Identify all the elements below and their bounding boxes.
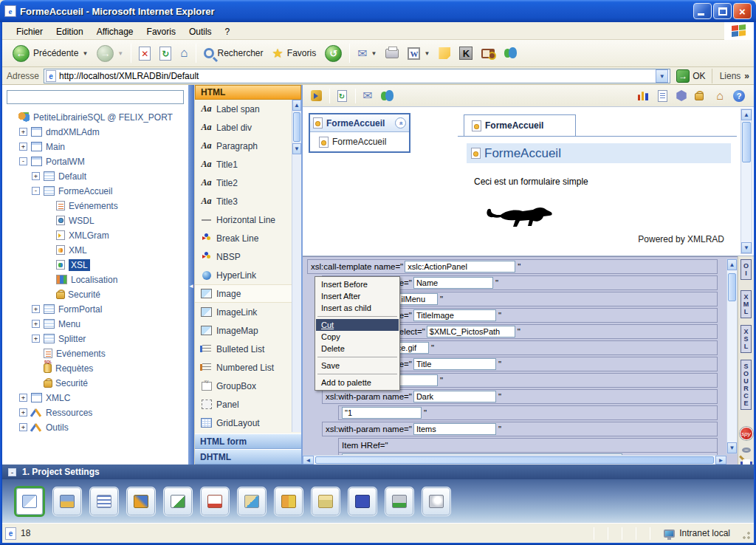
- tree-item-formeaccueil[interactable]: -FormeAccueil: [7, 184, 185, 199]
- tree-item-dmdxmladm[interactable]: +dmdXMLAdm: [7, 125, 185, 140]
- collapse-icon[interactable]: -: [32, 187, 40, 195]
- maximize-button[interactable]: [713, 3, 732, 19]
- scroll-down-button[interactable]: ▼: [292, 143, 301, 154]
- palette-group-html-form[interactable]: HTML form: [195, 433, 301, 449]
- collapse-icon[interactable]: -: [19, 157, 27, 165]
- tree-item-ressources[interactable]: +Ressources: [7, 405, 185, 420]
- tree-item-portalwm[interactable]: -PortalWM: [7, 154, 185, 169]
- favorites-button[interactable]: ★ Favoris: [268, 41, 321, 65]
- palette-item-title2[interactable]: AaTitle2: [195, 174, 292, 192]
- xsl-value-input[interactable]: TitleImage: [413, 309, 496, 321]
- links-toolbar[interactable]: Liens »: [712, 69, 749, 83]
- navigation-panel-item[interactable]: FormeAccueil: [310, 132, 409, 151]
- context-menu-item-add-to-palette[interactable]: Add to palette: [316, 377, 399, 388]
- palette-item-paragraph[interactable]: AaParagraph: [195, 137, 292, 155]
- xsl-value-input[interactable]: Items: [413, 423, 496, 435]
- palette-item-break-line[interactable]: Break Line: [195, 229, 292, 247]
- preview-scrollbar[interactable]: ▲ ▼: [740, 109, 752, 254]
- palette-group-dhtml[interactable]: DHTML: [195, 449, 301, 465]
- context-menu-item-cut[interactable]: Cut: [316, 319, 399, 331]
- tree-item-outils[interactable]: +Outils: [7, 420, 185, 435]
- scroll-up-button[interactable]: ▲: [727, 259, 737, 270]
- address-input[interactable]: e http://localhost/XMLRADBin/Default ▼: [44, 69, 670, 83]
- side-tab-source[interactable]: S O U R C E: [740, 360, 752, 410]
- scroll-right-button[interactable]: ►: [715, 456, 726, 465]
- tree-item-main[interactable]: +Main: [7, 140, 185, 154]
- collapse-section-button[interactable]: -: [8, 468, 16, 476]
- publish-button[interactable]: [307, 88, 325, 104]
- palette-scrollbar[interactable]: ▲ ▼: [292, 100, 301, 432]
- forward-button[interactable]: → ▼: [92, 41, 128, 65]
- palette-item-panel[interactable]: Panel: [195, 395, 292, 414]
- xsl-value-input[interactable]: Title: [413, 358, 496, 370]
- minimize-button[interactable]: [693, 3, 712, 19]
- report-button[interactable]: [653, 88, 671, 104]
- palette-item-imagemap[interactable]: ImageMap: [195, 321, 292, 340]
- back-dropdown-icon[interactable]: ▼: [82, 50, 88, 57]
- tree-item-ev-nements[interactable]: Evénements: [7, 199, 185, 213]
- home-button[interactable]: ⌂: [176, 41, 192, 65]
- context-menu-item-delete[interactable]: Delete: [316, 343, 399, 354]
- scroll-thumb[interactable]: [293, 112, 300, 142]
- publish-button[interactable]: [385, 487, 414, 516]
- tree-item-xsl[interactable]: XSL: [7, 258, 185, 272]
- collapse-left-icon[interactable]: ◄: [188, 283, 194, 289]
- k-tool-button[interactable]: K: [455, 41, 477, 65]
- scroll-thumb[interactable]: [742, 122, 751, 162]
- component-button[interactable]: [673, 88, 690, 104]
- print-button[interactable]: [381, 41, 403, 65]
- resources-button[interactable]: [126, 487, 156, 516]
- context-menu-item-save[interactable]: Save: [316, 360, 399, 371]
- tree-item-ev-nements[interactable]: Evénements: [7, 346, 185, 361]
- inspect-button[interactable]: [422, 487, 451, 516]
- menu-item-fichier[interactable]: Fichier: [10, 24, 49, 39]
- expand-icon[interactable]: +: [19, 423, 27, 431]
- editor-hscrollbar[interactable]: ◄ ►: [303, 455, 726, 465]
- palette-item-image[interactable]: Image: [195, 284, 292, 303]
- xsl-value-input[interactable]: Dark: [413, 391, 496, 402]
- validation-button[interactable]: [200, 487, 230, 516]
- context-menu-item-copy[interactable]: Copy: [316, 331, 399, 343]
- context-menu-item-insert-before[interactable]: Insert Before: [316, 278, 399, 290]
- navigation-panel-header[interactable]: FormeAccueil »: [310, 114, 409, 132]
- print-button[interactable]: [311, 487, 340, 516]
- tree-item-xmlc[interactable]: +XMLC: [7, 391, 185, 405]
- palette-item-numbered-list[interactable]: Numbered List: [195, 358, 292, 377]
- collapse-panel-button[interactable]: »: [395, 117, 406, 128]
- spy-button[interactable]: spy: [740, 427, 753, 440]
- expand-icon[interactable]: +: [19, 394, 27, 402]
- side-tab-oi[interactable]: O I: [740, 259, 752, 280]
- tree-item-wsdl[interactable]: WSDL: [7, 213, 185, 228]
- edit-with-word-button[interactable]: W▼: [403, 41, 434, 65]
- address-dropdown-button[interactable]: ▼: [656, 69, 668, 83]
- go-button[interactable]: → OK: [676, 69, 705, 83]
- palette-item-horizontal-line[interactable]: Horizontal Line: [195, 210, 292, 229]
- menu-item-edition[interactable]: Edition: [49, 24, 90, 39]
- scroll-down-button[interactable]: ▼: [727, 442, 737, 453]
- palette-item-nbsp[interactable]: NBSP: [195, 247, 292, 266]
- palette-item-imagelink[interactable]: ImageLink: [195, 303, 292, 321]
- tree-item-menu[interactable]: +Menu: [7, 317, 185, 332]
- scroll-thumb[interactable]: [728, 273, 736, 301]
- expand-icon[interactable]: +: [32, 305, 40, 313]
- mail-button[interactable]: ✉▼: [353, 41, 381, 65]
- xsl-node-row[interactable]: xsl:with-param name="Items": [322, 422, 718, 436]
- xsl-value-input[interactable]: $XMLC_PictosPath: [427, 326, 515, 337]
- send-button[interactable]: ✉: [359, 88, 377, 104]
- actions-button[interactable]: [163, 487, 193, 516]
- tree-splitter[interactable]: ◄: [188, 85, 194, 465]
- save-button[interactable]: [348, 487, 377, 516]
- tree-item-default[interactable]: +Default: [7, 169, 185, 184]
- security-button[interactable]: [692, 88, 709, 104]
- application-flow-button[interactable]: [52, 487, 82, 516]
- search-button[interactable]: Rechercher: [199, 41, 268, 65]
- close-button[interactable]: ×: [733, 3, 752, 19]
- palette-item-bulleted-list[interactable]: Bulleted List: [195, 340, 292, 358]
- xsl-node-row[interactable]: select="$XMLC_PictosPath": [391, 324, 718, 339]
- messenger-button[interactable]: [499, 41, 521, 65]
- xsl-node-row[interactable]: "1": [338, 405, 718, 420]
- expand-icon[interactable]: +: [19, 408, 27, 417]
- scroll-left-button[interactable]: ◄: [303, 456, 314, 465]
- xsl-value-input[interactable]: "1: [342, 407, 422, 419]
- palette-item-hyperlink[interactable]: HyperLink: [195, 266, 292, 284]
